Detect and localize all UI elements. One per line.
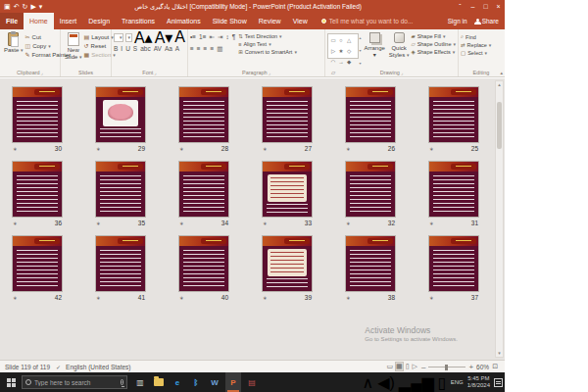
tab-file[interactable]: File: [0, 13, 24, 29]
new-slide-button[interactable]: New Slide ▾: [63, 31, 84, 68]
slide-thumbnail-35[interactable]: [95, 161, 146, 218]
slide-thumbnail-27[interactable]: [262, 86, 313, 143]
italic-button[interactable]: I: [121, 44, 122, 54]
close-button[interactable]: ×: [492, 0, 505, 13]
slide-thumbnail-38[interactable]: [345, 235, 396, 292]
start-button[interactable]: [0, 372, 22, 392]
align-right-button[interactable]: ≡: [204, 44, 208, 54]
vertical-scrollbar[interactable]: ▴ ▾: [495, 80, 504, 358]
fit-slide-to-window-button[interactable]: ⊡: [492, 363, 498, 370]
font-name-select[interactable]: ▾: [114, 33, 123, 42]
section-button[interactable]: ▦Section▾: [84, 51, 116, 58]
slide-thumbnail-33[interactable]: [262, 161, 313, 218]
slide-thumbnail-25[interactable]: [428, 86, 479, 143]
shape-0[interactable]: ▭: [329, 35, 337, 46]
slide-thumbnail-26[interactable]: [345, 86, 396, 143]
bold-button[interactable]: B: [114, 44, 118, 54]
mic-icon[interactable]: [121, 379, 123, 385]
slideshow-view-button[interactable]: ▷: [413, 363, 417, 370]
slide-sorter-view-button[interactable]: ▦: [396, 363, 403, 370]
font-color-button[interactable]: A: [175, 44, 179, 54]
reset-button[interactable]: ↺Reset: [84, 42, 116, 49]
strikethrough-button[interactable]: abc: [140, 44, 150, 54]
scrollbar-thumb[interactable]: [497, 102, 502, 149]
shape-8[interactable]: ◆: [345, 57, 353, 68]
tray-clock[interactable]: 5:45 PM 1/8/2024: [467, 375, 490, 389]
start-from-beginning-button[interactable]: ▶: [30, 0, 35, 13]
slide-thumbnail-36[interactable]: [12, 161, 63, 218]
change-case-button[interactable]: Aa: [165, 44, 172, 54]
slide-thumbnail-40[interactable]: [178, 235, 229, 292]
select-button[interactable]: ▢Select▾: [461, 50, 502, 56]
shape-outline-button[interactable]: ▱Shape Outline▾: [411, 41, 456, 47]
edge-icon[interactable]: e: [170, 372, 185, 392]
slide-thumbnail-42[interactable]: [12, 235, 63, 292]
paste-button[interactable]: Paste ▾: [2, 31, 25, 68]
text-shadow-button[interactable]: S: [133, 44, 137, 54]
restore-button[interactable]: □: [479, 0, 492, 13]
zoom-out-button[interactable]: –: [421, 363, 425, 371]
font-size-select[interactable]: ▾: [125, 33, 132, 42]
shape-3[interactable]: ▷: [329, 46, 337, 57]
battery-icon[interactable]: ▯: [438, 373, 447, 392]
slide-thumbnail-28[interactable]: [178, 86, 229, 143]
tab-animations[interactable]: Animations: [161, 13, 207, 29]
zoom-in-button[interactable]: +: [468, 363, 473, 371]
shape-6[interactable]: ◠: [329, 57, 337, 68]
word-icon[interactable]: W: [207, 372, 222, 392]
shape-effects-button[interactable]: ◈Shape Effects▾: [411, 49, 456, 55]
ribbon-display-options-button[interactable]: ˇ: [454, 0, 466, 13]
tab-transitions[interactable]: Transitions: [116, 13, 161, 29]
shape-1[interactable]: ○: [337, 35, 345, 46]
network-icon[interactable]: ▂▄▆: [399, 373, 434, 392]
document-icon[interactable]: ▤: [244, 372, 260, 392]
tab-insert[interactable]: Insert: [54, 13, 83, 29]
increase-indent-button[interactable]: ⇥: [218, 32, 222, 42]
slide-thumbnail-29[interactable]: [95, 86, 146, 143]
underline-button[interactable]: U: [125, 44, 130, 54]
zoom-percentage[interactable]: 60%: [476, 364, 489, 370]
line-spacing-button[interactable]: ↕: [225, 32, 228, 42]
character-spacing-button[interactable]: AV: [154, 44, 162, 54]
replace-button[interactable]: ⇄Replace▾: [461, 42, 502, 48]
justify-button[interactable]: ≡: [210, 44, 214, 54]
bullets-button[interactable]: •≡: [190, 32, 196, 42]
slide-thumbnail-34[interactable]: [178, 161, 229, 218]
quick-styles-button[interactable]: Quick Styles ▾: [387, 31, 412, 68]
bluetooth-icon[interactable]: ᛒ: [188, 372, 204, 392]
tell-me-box[interactable]: Tell me what you want to do...: [321, 13, 414, 29]
tray-language-indicator[interactable]: ENG: [451, 379, 464, 385]
text-direction-ltr-button[interactable]: ¶: [232, 32, 236, 42]
tab-home[interactable]: Home: [24, 13, 54, 29]
slide-thumbnail-30[interactable]: [12, 86, 63, 143]
tab-slide-show[interactable]: Slide Show: [207, 13, 253, 29]
hidden-icons-chevron[interactable]: ∧: [363, 373, 374, 392]
zoom-slider-thumb[interactable]: [445, 365, 448, 370]
slide-thumbnail-39[interactable]: [262, 235, 313, 292]
shape-2[interactable]: △: [345, 35, 353, 46]
decrease-indent-button[interactable]: ⇤: [210, 32, 215, 42]
shapes-gallery-scroll[interactable]: ▴▾▾: [359, 33, 361, 68]
scroll-down-icon[interactable]: ▾: [498, 350, 501, 357]
minimize-button[interactable]: –: [466, 0, 479, 13]
align-left-button[interactable]: ≡: [190, 44, 194, 54]
taskbar-search-box[interactable]: Type here to search: [22, 375, 127, 389]
zoom-slider[interactable]: [428, 367, 466, 368]
file-explorer-icon[interactable]: [151, 372, 167, 392]
columns-button[interactable]: ▥: [217, 44, 222, 54]
numbering-button[interactable]: 1≡: [199, 32, 206, 42]
tab-review[interactable]: Review: [253, 13, 287, 29]
shape-7[interactable]: →: [337, 57, 345, 68]
undo-button[interactable]: ↶: [14, 0, 20, 13]
align-center-button[interactable]: ≡: [197, 44, 201, 54]
language-status[interactable]: English (United States): [66, 364, 130, 370]
spell-check-icon[interactable]: ✓: [56, 364, 61, 370]
find-button[interactable]: ⌕Find: [461, 33, 502, 40]
normal-view-button[interactable]: ▭: [386, 363, 393, 370]
convert-to-smartart-button[interactable]: ⊞Convert to SmartArt▾: [238, 49, 297, 55]
redo-button[interactable]: ↻: [23, 0, 28, 13]
arrange-button[interactable]: Arrange ▾: [363, 31, 387, 68]
volume-icon[interactable]: ◀): [377, 373, 395, 392]
share-button[interactable]: Share: [474, 18, 499, 24]
slide-counter[interactable]: Slide 119 of 119: [5, 364, 50, 370]
